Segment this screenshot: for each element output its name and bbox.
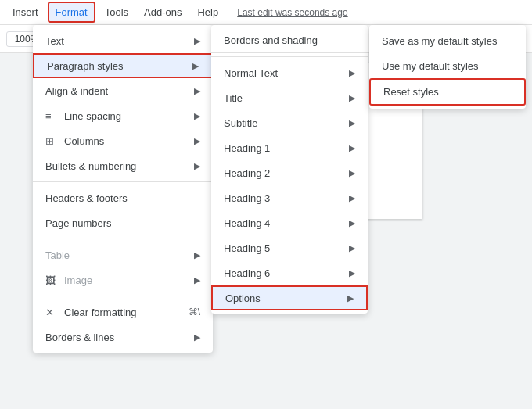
- format-image-label: Image: [64, 274, 194, 286]
- format-image: 🖼 Image ▶: [33, 267, 213, 292]
- borders-shading-item[interactable]: Borders and shading: [211, 28, 368, 53]
- style-normal-chevron: ▶: [349, 68, 355, 78]
- dropdown-divider-1: [33, 181, 213, 182]
- image-icon: 🖼: [45, 274, 58, 286]
- format-text-chevron: ▶: [194, 36, 200, 46]
- clear-formatting-shortcut: ⌘\: [189, 307, 200, 318]
- format-bullets[interactable]: Bullets & numbering ▶: [33, 153, 213, 178]
- format-bullets-label: Bullets & numbering: [45, 160, 136, 172]
- format-image-chevron: ▶: [194, 275, 200, 285]
- format-bullets-chevron: ▶: [194, 161, 200, 171]
- menu-addons[interactable]: Add-ons: [138, 3, 188, 21]
- format-text[interactable]: Text ▶: [33, 28, 213, 53]
- format-table-chevron: ▶: [194, 250, 200, 260]
- format-borders-label: Borders & lines: [45, 332, 114, 343]
- style-normal-label: Normal Text: [224, 67, 278, 79]
- option-reset-label: Reset styles: [383, 86, 439, 98]
- format-columns[interactable]: ⊞ Columns ▶: [33, 128, 213, 153]
- style-heading5[interactable]: Heading 5 ▶: [211, 235, 368, 260]
- format-line-spacing-label: Line spacing: [64, 110, 194, 122]
- style-heading2[interactable]: Heading 2 ▶: [211, 160, 368, 185]
- format-borders-lines[interactable]: Borders & lines ▶: [33, 325, 213, 350]
- format-dropdown: Text ▶ Paragraph styles ▶ Align & indent…: [33, 25, 213, 353]
- style-heading4-chevron: ▶: [349, 218, 355, 228]
- format-page-numbers-label: Page numbers: [45, 217, 112, 229]
- paragraph-styles-submenu: Borders and shading Normal Text ▶ Title …: [211, 25, 368, 314]
- style-subtitle-chevron: ▶: [349, 118, 355, 128]
- option-save-default[interactable]: Save as my default styles: [369, 28, 526, 53]
- format-line-spacing[interactable]: ≡ Line spacing ▶: [33, 103, 213, 128]
- menu-bar: Insert Format Tools Add-ons Help Last ed…: [0, 0, 532, 25]
- style-heading2-chevron: ▶: [349, 168, 355, 178]
- style-heading1-label: Heading 1: [224, 142, 270, 154]
- dropdown-divider-2: [33, 239, 213, 239]
- format-text-label: Text: [45, 35, 64, 47]
- paragraph-submenu-divider: [211, 56, 368, 57]
- style-heading2-label: Heading 2: [224, 167, 270, 179]
- format-align-chevron: ▶: [194, 86, 200, 96]
- clear-formatting-icon: ✕: [45, 307, 58, 318]
- style-heading1[interactable]: Heading 1 ▶: [211, 135, 368, 160]
- style-heading6[interactable]: Heading 6 ▶: [211, 260, 368, 285]
- style-options-chevron: ▶: [347, 293, 354, 303]
- format-headers-label: Headers & footers: [45, 192, 128, 204]
- style-heading3[interactable]: Heading 3 ▶: [211, 185, 368, 210]
- style-title-label: Title: [224, 92, 243, 104]
- style-heading1-chevron: ▶: [349, 143, 355, 153]
- menu-insert[interactable]: Insert: [6, 3, 45, 21]
- columns-icon: ⊞: [45, 135, 58, 147]
- style-heading4-label: Heading 4: [224, 217, 270, 229]
- format-page-numbers[interactable]: Page numbers: [33, 210, 213, 235]
- style-title-chevron: ▶: [349, 93, 355, 103]
- last-edit-status: Last edit was seconds ago: [237, 7, 347, 18]
- option-save-label: Save as my default styles: [382, 35, 497, 47]
- format-borders-chevron: ▶: [194, 332, 200, 343]
- style-heading6-chevron: ▶: [349, 268, 355, 278]
- dropdown-divider-3: [33, 296, 213, 296]
- format-clear-label: Clear formatting: [64, 307, 182, 318]
- format-headers-footers[interactable]: Headers & footers: [33, 185, 213, 210]
- format-table-label: Table: [45, 249, 70, 261]
- format-clear-formatting[interactable]: ✕ Clear formatting ⌘\: [33, 300, 213, 325]
- style-title[interactable]: Title ▶: [211, 85, 368, 110]
- format-columns-chevron: ▶: [194, 136, 200, 146]
- option-use-default[interactable]: Use my default styles: [369, 53, 526, 78]
- style-subtitle[interactable]: Subtitle ▶: [211, 110, 368, 135]
- options-submenu: Save as my default styles Use my default…: [369, 25, 526, 109]
- style-heading3-label: Heading 3: [224, 192, 270, 204]
- line-spacing-icon: ≡: [45, 110, 58, 122]
- style-options[interactable]: Options ▶: [211, 285, 368, 310]
- style-heading5-label: Heading 5: [224, 242, 270, 254]
- option-reset-styles[interactable]: Reset styles: [369, 78, 526, 106]
- format-paragraph-chevron: ▶: [192, 61, 199, 71]
- format-paragraph-label: Paragraph styles: [47, 60, 124, 72]
- style-options-label: Options: [225, 292, 261, 304]
- style-heading3-chevron: ▶: [349, 193, 355, 203]
- menu-format[interactable]: Format: [48, 2, 95, 23]
- format-align-label: Align & indent: [45, 85, 108, 97]
- style-normal-text[interactable]: Normal Text ▶: [211, 60, 368, 85]
- format-align-indent[interactable]: Align & indent ▶: [33, 78, 213, 103]
- format-columns-label: Columns: [64, 135, 194, 147]
- option-use-label: Use my default styles: [382, 60, 479, 72]
- format-paragraph-styles[interactable]: Paragraph styles ▶: [33, 53, 213, 78]
- format-line-spacing-chevron: ▶: [194, 111, 200, 121]
- style-heading4[interactable]: Heading 4 ▶: [211, 210, 368, 235]
- style-heading5-chevron: ▶: [349, 243, 355, 253]
- style-subtitle-label: Subtitle: [224, 117, 257, 129]
- style-heading6-label: Heading 6: [224, 267, 270, 279]
- menu-help[interactable]: Help: [191, 3, 225, 21]
- format-table: Table ▶: [33, 242, 213, 267]
- menu-tools[interactable]: Tools: [99, 3, 135, 21]
